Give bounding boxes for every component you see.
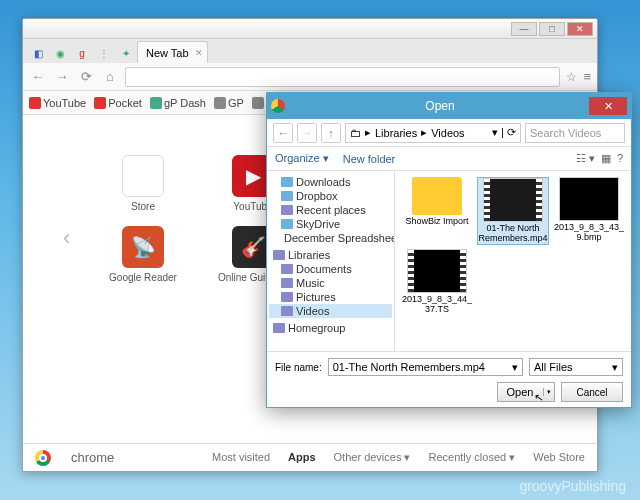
back-button[interactable]: ← bbox=[29, 68, 47, 86]
tree-pictures[interactable]: Pictures bbox=[269, 290, 392, 304]
image-thumb-icon bbox=[559, 177, 619, 221]
cancel-button[interactable]: Cancel bbox=[561, 382, 623, 402]
bookmark-item[interactable]: YouTube bbox=[29, 97, 86, 109]
tree-skydrive[interactable]: SkyDrive bbox=[269, 217, 392, 231]
nav-back-button[interactable]: ← bbox=[273, 123, 293, 143]
recently-closed-link[interactable]: Recently closed ▾ bbox=[429, 451, 516, 464]
file-item-folder[interactable]: ShowBiz Import bbox=[401, 177, 473, 245]
dialog-footer: File name: 01-The North Remembers.mp4▾ A… bbox=[267, 351, 631, 408]
tree-homegroup[interactable]: Homegroup bbox=[269, 321, 392, 335]
dialog-titlebar: Open ✕ bbox=[267, 93, 631, 119]
dialog-body: Downloads Dropbox Recent places SkyDrive… bbox=[267, 171, 631, 351]
bottom-bar: chrome Most visited Apps Other devices ▾… bbox=[23, 443, 597, 471]
app-store[interactable]: 🛍Store bbox=[103, 155, 183, 212]
ext-icon[interactable]: g bbox=[71, 43, 93, 63]
most-visited-link[interactable]: Most visited bbox=[212, 451, 270, 464]
reader-icon: 📡 bbox=[122, 226, 164, 268]
tree-libraries[interactable]: Libraries bbox=[269, 248, 392, 262]
forward-button[interactable]: → bbox=[53, 68, 71, 86]
filename-label: File name: bbox=[275, 362, 322, 373]
file-item-selected[interactable]: 01-The North Remembers.mp4 bbox=[477, 177, 549, 245]
bookmark-item[interactable]: Pocket bbox=[94, 97, 142, 109]
ext-icon[interactable]: ◧ bbox=[27, 43, 49, 63]
filetype-select[interactable]: All Files▾ bbox=[529, 358, 623, 376]
folder-icon: 🗀 bbox=[350, 127, 361, 139]
dialog-nav: ← → ↑ 🗀 ▸ Libraries ▸ Videos ▾ | ⟳ Searc… bbox=[267, 119, 631, 147]
open-file-dialog: Open ✕ ← → ↑ 🗀 ▸ Libraries ▸ Videos ▾ | … bbox=[266, 92, 632, 408]
ext-icon[interactable]: ⋮ bbox=[93, 43, 115, 63]
file-item-ts[interactable]: 2013_9_8_3_44_37.TS bbox=[401, 249, 473, 315]
video-thumb-icon bbox=[407, 249, 467, 293]
toolbar: ← → ⟳ ⌂ ☆ ≡ bbox=[23, 63, 597, 91]
tree-downloads[interactable]: Downloads bbox=[269, 175, 392, 189]
tree-videos[interactable]: Videos bbox=[269, 304, 392, 318]
window-titlebar: — □ ✕ bbox=[23, 19, 597, 39]
browser-tab[interactable]: New Tab ✕ bbox=[137, 41, 208, 63]
tab-strip: ◧ ◉ g ⋮ ✦ New Tab ✕ bbox=[23, 39, 597, 63]
other-devices-link[interactable]: Other devices ▾ bbox=[334, 451, 411, 464]
cursor-icon: ↖ bbox=[533, 390, 544, 404]
address-bar[interactable] bbox=[125, 67, 560, 87]
tab-title: New Tab bbox=[146, 47, 189, 59]
bookmark-item[interactable]: GP bbox=[214, 97, 244, 109]
reload-button[interactable]: ⟳ bbox=[77, 68, 95, 86]
close-icon[interactable]: ✕ bbox=[195, 48, 203, 58]
store-icon: 🛍 bbox=[122, 155, 164, 197]
search-input[interactable]: Search Videos bbox=[525, 123, 625, 143]
bookmark-item[interactable]: gP Dash bbox=[150, 97, 206, 109]
apps-link[interactable]: Apps bbox=[288, 451, 316, 464]
web-store-link[interactable]: Web Store bbox=[533, 451, 585, 464]
ext-icon[interactable]: ✦ bbox=[115, 43, 137, 63]
chrome-icon bbox=[271, 99, 285, 113]
help-button[interactable]: ? bbox=[617, 152, 623, 165]
dialog-toolbar: Organize ▾ New folder ☷ ▾ ▦ ? bbox=[267, 147, 631, 171]
dialog-title: Open bbox=[291, 99, 589, 113]
app-reader[interactable]: 📡Google Reader bbox=[103, 226, 183, 283]
open-button[interactable]: Open↖ bbox=[497, 382, 555, 402]
minimize-button[interactable]: — bbox=[511, 22, 537, 36]
ext-icon[interactable]: ◉ bbox=[49, 43, 71, 63]
nav-up-button[interactable]: ↑ bbox=[321, 123, 341, 143]
prev-arrow[interactable]: ‹ bbox=[63, 225, 70, 251]
file-grid: ShowBiz Import 01-The North Remembers.mp… bbox=[395, 171, 631, 351]
menu-button[interactable]: ≡ bbox=[583, 69, 591, 84]
organize-button[interactable]: Organize ▾ bbox=[275, 152, 329, 165]
tree-music[interactable]: Music bbox=[269, 276, 392, 290]
tree-december[interactable]: December Spreadsheets bbox=[269, 231, 392, 245]
file-item-bmp[interactable]: 2013_9_8_3_43_9.bmp bbox=[553, 177, 625, 245]
chrome-logo-icon bbox=[35, 450, 51, 466]
brand-label: chrome bbox=[71, 450, 114, 465]
watermark: groovyPublishing bbox=[519, 478, 626, 494]
view-mode-button[interactable]: ☷ ▾ bbox=[576, 152, 595, 165]
video-thumb-icon bbox=[483, 178, 543, 222]
tree-dropbox[interactable]: Dropbox bbox=[269, 189, 392, 203]
bookmark-star-icon[interactable]: ☆ bbox=[566, 70, 577, 84]
folder-icon bbox=[412, 177, 462, 215]
view-grid-button[interactable]: ▦ bbox=[601, 152, 611, 165]
home-button[interactable]: ⌂ bbox=[101, 68, 119, 86]
nav-tree: Downloads Dropbox Recent places SkyDrive… bbox=[267, 171, 395, 351]
new-folder-button[interactable]: New folder bbox=[343, 153, 396, 165]
tree-documents[interactable]: Documents bbox=[269, 262, 392, 276]
filename-input[interactable]: 01-The North Remembers.mp4▾ bbox=[328, 358, 523, 376]
breadcrumb[interactable]: 🗀 ▸ Libraries ▸ Videos ▾ | ⟳ bbox=[345, 123, 521, 143]
tree-recent[interactable]: Recent places bbox=[269, 203, 392, 217]
dialog-close-button[interactable]: ✕ bbox=[589, 97, 627, 115]
maximize-button[interactable]: □ bbox=[539, 22, 565, 36]
close-button[interactable]: ✕ bbox=[567, 22, 593, 36]
nav-fwd-button[interactable]: → bbox=[297, 123, 317, 143]
